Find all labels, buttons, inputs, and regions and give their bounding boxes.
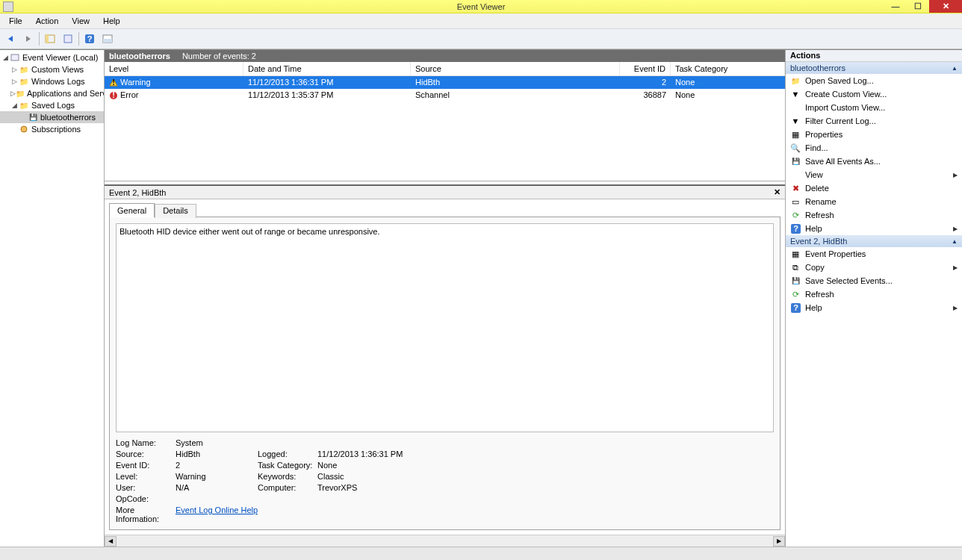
- toolbar: ?: [0, 28, 962, 49]
- scroll-right-button[interactable]: ▶: [773, 536, 785, 547]
- action-create-custom-view[interactable]: ▼Create Custom View...: [786, 87, 962, 101]
- log-header: bluetootherrors Number of events: 2: [105, 50, 785, 62]
- action-event-properties[interactable]: ▦Event Properties: [786, 247, 962, 261]
- detail-close-button[interactable]: ✕: [774, 187, 781, 197]
- action-open-saved-log[interactable]: Open Saved Log...: [786, 74, 962, 87]
- action-save-all[interactable]: Save All Events As...: [786, 155, 962, 168]
- warning-icon: !: [109, 78, 118, 87]
- preview-button[interactable]: [100, 31, 115, 46]
- open-icon: [790, 75, 801, 86]
- title-bar: Event Viewer — ☐ ✕: [0, 0, 962, 13]
- event-row[interactable]: !Error11/12/2013 1:35:37 PMSchannel36887…: [105, 89, 785, 102]
- event-list[interactable]: Level Date and Time Source Event ID Task…: [105, 62, 785, 181]
- menu-view[interactable]: View: [66, 15, 96, 27]
- show-hide-tree-button[interactable]: [43, 31, 58, 46]
- copy-icon: ⧉: [790, 262, 801, 273]
- event-message: Bluetooth HID device either went out of …: [116, 223, 774, 432]
- tree-bluetootherrors[interactable]: bluetootherrors: [0, 111, 104, 123]
- action-help2[interactable]: ?Help▶: [786, 301, 962, 314]
- column-headers[interactable]: Level Date and Time Source Event ID Task…: [105, 62, 785, 76]
- minimize-button[interactable]: —: [884, 0, 907, 13]
- forward-button[interactable]: [21, 31, 36, 46]
- svg-text:!: !: [112, 91, 115, 99]
- tree-windows-logs[interactable]: ▷Windows Logs: [0, 75, 104, 87]
- svg-point-8: [21, 126, 27, 132]
- menu-help[interactable]: Help: [97, 15, 126, 27]
- svg-rect-1: [46, 35, 49, 43]
- save-icon: [790, 276, 801, 286]
- rename-icon: ▭: [790, 196, 801, 207]
- find-icon: 🔍: [790, 143, 801, 153]
- svg-text:!: !: [112, 78, 115, 87]
- help-icon: ?: [790, 302, 801, 313]
- col-taskcat[interactable]: Task Category: [671, 62, 785, 75]
- action-refresh2[interactable]: ⟳Refresh: [786, 287, 962, 301]
- action-properties[interactable]: ▦Properties: [786, 128, 962, 141]
- tab-details[interactable]: Details: [155, 204, 196, 218]
- help-button[interactable]: ?: [82, 31, 97, 46]
- actions-header: Actions: [786, 50, 962, 62]
- menu-bar: File Action View Help: [0, 13, 962, 28]
- svg-text:?: ?: [793, 224, 798, 233]
- h-scrollbar[interactable]: ◀ ▶: [105, 535, 785, 547]
- properties-icon: ▦: [790, 249, 801, 259]
- svg-rect-2: [64, 35, 72, 43]
- action-rename[interactable]: ▭Rename: [786, 195, 962, 208]
- action-copy[interactable]: ⧉Copy▶: [786, 261, 962, 274]
- tree-subscriptions[interactable]: Subscriptions: [0, 123, 104, 135]
- col-date[interactable]: Date and Time: [243, 62, 411, 75]
- detail-title: Event 2, HidBth: [109, 188, 166, 197]
- error-icon: !: [109, 91, 118, 100]
- tree-apps-logs[interactable]: ▷Applications and Services Lo: [0, 87, 104, 99]
- menu-file[interactable]: File: [3, 15, 28, 27]
- action-filter-log[interactable]: ▼Filter Current Log...: [786, 114, 962, 128]
- online-help-link[interactable]: Event Log Online Help: [176, 505, 258, 514]
- col-eventid[interactable]: Event ID: [620, 62, 671, 75]
- col-source[interactable]: Source: [411, 62, 620, 75]
- close-button[interactable]: ✕: [929, 0, 962, 13]
- action-help[interactable]: ?Help▶: [786, 222, 962, 235]
- window-title: Event Viewer: [457, 2, 506, 11]
- funnel-icon: ▼: [790, 89, 801, 99]
- actions-pane: Actions bluetootherrors▲ Open Saved Log.…: [786, 50, 962, 547]
- event-properties-grid: Log Name:System Source:HidBthLogged:11/1…: [116, 438, 774, 523]
- export-button[interactable]: [60, 31, 75, 46]
- scroll-left-button[interactable]: ◀: [105, 536, 117, 547]
- detail-pane: Event 2, HidBth ✕ General Details Blueto…: [105, 184, 785, 535]
- action-find[interactable]: 🔍Find...: [786, 141, 962, 155]
- tree-custom-views[interactable]: ▷Custom Views: [0, 63, 104, 75]
- svg-rect-7: [11, 55, 19, 60]
- help-icon: ?: [790, 223, 801, 234]
- maximize-button[interactable]: ☐: [907, 0, 929, 13]
- tab-general[interactable]: General: [109, 203, 155, 217]
- actions-section-log[interactable]: bluetootherrors▲: [786, 62, 962, 74]
- status-bar: [0, 547, 962, 560]
- delete-icon: ✖: [790, 183, 801, 193]
- action-delete[interactable]: ✖Delete: [786, 181, 962, 195]
- filter-icon: ▼: [790, 116, 801, 126]
- svg-text:?: ?: [87, 34, 93, 43]
- properties-icon: ▦: [790, 129, 801, 140]
- back-button[interactable]: [3, 31, 18, 46]
- svg-text:?: ?: [793, 303, 798, 312]
- refresh-icon: ⟳: [790, 289, 801, 299]
- svg-rect-6: [103, 39, 112, 43]
- col-level[interactable]: Level: [105, 62, 243, 75]
- actions-section-event[interactable]: Event 2, HidBth▲: [786, 235, 962, 247]
- app-icon: [3, 1, 13, 12]
- event-row[interactable]: !Warning11/12/2013 1:36:31 PMHidBth2None: [105, 76, 785, 89]
- save-icon: [790, 156, 801, 167]
- tree-saved-logs[interactable]: ◢Saved Logs: [0, 99, 104, 111]
- navigation-tree[interactable]: ◢ Event Viewer (Local) ▷Custom Views ▷Wi…: [0, 50, 105, 547]
- action-save-selected[interactable]: Save Selected Events...: [786, 274, 962, 287]
- tree-root[interactable]: ◢ Event Viewer (Local): [0, 52, 104, 63]
- refresh-icon: ⟳: [790, 210, 801, 220]
- menu-action[interactable]: Action: [30, 15, 65, 27]
- action-refresh[interactable]: ⟳Refresh: [786, 208, 962, 222]
- action-import-custom-view[interactable]: Import Custom View...: [786, 101, 962, 114]
- action-view[interactable]: View▶: [786, 168, 962, 181]
